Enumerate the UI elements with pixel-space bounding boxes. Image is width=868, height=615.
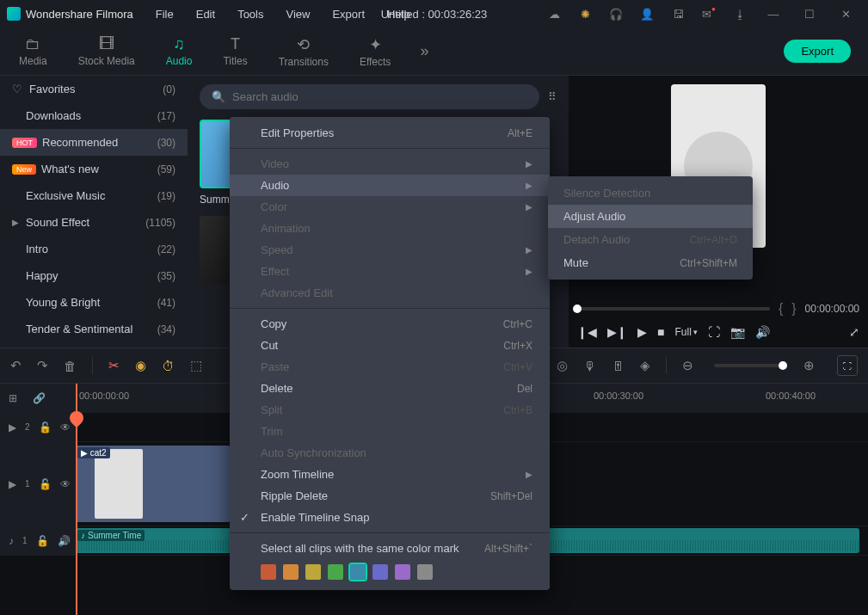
clip-thumbnail [95,449,143,519]
delete-icon[interactable]: 🗑 [64,359,77,373]
ctx-select-color[interactable]: Select all clips with the same color mar… [230,538,550,559]
zoom-in-icon[interactable]: ⊕ [803,358,815,373]
menu-view[interactable]: View [277,4,318,24]
eye-icon[interactable]: 👁 [60,478,71,490]
ctx-delete[interactable]: DeleteDel [230,378,550,399]
ctx-audio[interactable]: Audio▶ [230,175,550,196]
ctx-auto-sync: Auto Synchronization [230,442,550,464]
ctx-zoom-timeline[interactable]: Zoom Timeline▶ [230,464,550,485]
sidebar-item-young[interactable]: Young & Bright(41) [0,289,188,316]
ctx-paste: PasteCtrl+V [230,356,550,378]
redo-icon[interactable]: ↷ [37,358,48,373]
tab-effects[interactable]: ✦Effects [348,32,403,71]
tab-titles[interactable]: TTitles [211,32,259,71]
menu-export[interactable]: Export [323,4,373,24]
fit-timeline-icon[interactable]: ⛶ [837,355,858,376]
tab-transitions[interactable]: ⟲Transitions [267,32,341,71]
download-icon[interactable]: ⭳ [727,1,753,27]
sidebar-item-downloads[interactable]: Downloads(17) [0,102,188,129]
ctx-ripple-delete[interactable]: Ripple DeleteShift+Del [230,485,550,507]
search-box[interactable]: 🔍 [200,84,539,109]
sidebar-item-intro[interactable]: Intro(22) [0,236,188,262]
play-pause-button[interactable]: ▶❙ [607,325,627,339]
render-icon[interactable]: ◎ [557,358,568,373]
close-button[interactable]: ✕ [830,1,861,27]
prev-frame-button[interactable]: ❙◀ [577,325,597,339]
sub-adjust-audio[interactable]: Adjust Audio [548,205,753,228]
expand-tabs-icon[interactable]: » [420,42,428,60]
link-icon[interactable]: 🔗 [33,392,46,404]
color-swatch[interactable] [350,564,366,580]
voiceover-icon[interactable]: 🎙 [583,359,596,373]
playhead[interactable] [76,384,77,615]
display-icon[interactable]: ⛶ [708,325,720,339]
ctx-copy[interactable]: CopyCtrl+C [230,313,550,335]
tab-media[interactable]: 🗀Media [7,32,59,71]
undo-icon[interactable]: ↶ [10,358,22,373]
sub-detach-audio: Detach AudioCtrl+Alt+D [548,228,753,251]
video-clip[interactable]: ▶ cat2 [76,446,231,522]
speed-ramp-icon[interactable]: ◉ [135,358,146,373]
menu-file[interactable]: File [147,4,182,24]
color-swatch[interactable] [417,564,433,580]
color-swatch[interactable] [283,564,299,580]
eye-icon[interactable]: 👁 [60,421,71,434]
track-manage-icon[interactable]: ⊞ [9,392,17,404]
account-icon[interactable]: 👤 [634,1,660,27]
cloud-icon[interactable]: ☁ [541,1,567,27]
grid-view-icon[interactable]: ⠿ [548,90,557,103]
volume-icon[interactable]: 🔊 [755,325,770,339]
preview-progress[interactable] [577,307,770,311]
color-swatch[interactable] [261,564,276,580]
sidebar-item-happy[interactable]: Happy(35) [0,262,188,289]
stop-button[interactable]: ■ [657,325,664,339]
ctx-edit-properties[interactable]: Edit PropertiesAlt+E [230,122,550,144]
sidebar-item-whats-new[interactable]: NewWhat's new(59) [0,156,188,182]
quality-dropdown[interactable]: Full ▾ [674,326,697,338]
sidebar-item-recommended[interactable]: HOTRecommended(30) [0,129,188,156]
support-icon[interactable]: 🎧 [603,1,629,27]
sidebar-item-sound-effect[interactable]: ▶Sound Effect(1105) [0,209,188,236]
theme-icon[interactable]: ✺ [572,1,598,27]
tab-stock-media[interactable]: 🎞Stock Media [66,32,147,71]
search-icon: 🔍 [212,90,225,103]
maximize-button[interactable]: ☐ [794,1,825,27]
marker-icon[interactable]: ◈ [640,358,650,373]
notification-icon[interactable]: ✉● [696,1,722,27]
tab-audio[interactable]: ♫Audio [154,32,205,71]
color-swatch[interactable] [328,564,343,580]
lock-icon[interactable]: 🔓 [39,421,52,434]
search-input[interactable] [232,90,527,103]
audio-sidebar: ♡Favorites(0) Downloads(17) HOTRecommend… [0,76,188,347]
ctx-cut[interactable]: CutCtrl+X [230,335,550,356]
context-menu: Edit PropertiesAlt+E Video▶ Audio▶ Color… [230,117,550,590]
sub-mute[interactable]: MuteCtrl+Shift+M [548,251,753,274]
lock-icon[interactable]: 🔓 [39,478,52,490]
split-icon[interactable]: ✂ [108,358,120,373]
zoom-out-icon[interactable]: ⊖ [682,358,693,373]
mark-out-icon[interactable]: } [791,301,796,317]
lock-icon[interactable]: 🔓 [36,535,49,547]
ctx-timeline-snap[interactable]: ✓Enable Timeline Snap [230,507,550,528]
minimize-button[interactable]: — [758,1,789,27]
play-button[interactable]: ▶ [637,325,647,339]
color-swatch[interactable] [305,564,321,580]
zoom-slider[interactable] [714,364,783,367]
menu-tools[interactable]: Tools [229,4,272,24]
mark-in-icon[interactable]: { [779,301,783,317]
fullscreen-icon[interactable]: ⤢ [849,325,859,339]
speaker-icon[interactable]: 🔊 [58,535,71,547]
export-button[interactable]: Export [784,40,851,63]
snapshot-icon[interactable]: 📷 [730,325,745,339]
color-swatch[interactable] [372,564,388,580]
sidebar-item-exclusive[interactable]: Exclusive Music(19) [0,182,188,209]
save-icon[interactable]: 🖫 [665,1,691,27]
sidebar-item-tender[interactable]: Tender & Sentimental(34) [0,316,188,342]
color-swatch[interactable] [395,564,410,580]
menu-edit[interactable]: Edit [188,4,224,24]
mixer-icon[interactable]: 🎚 [612,359,625,373]
crop-icon[interactable]: ⬚ [190,358,202,373]
speed-icon[interactable]: ⏱ [162,359,175,373]
sidebar-item-favorites[interactable]: ♡Favorites(0) [0,76,188,102]
audio-submenu: Silence Detection Adjust Audio Detach Au… [548,176,753,280]
